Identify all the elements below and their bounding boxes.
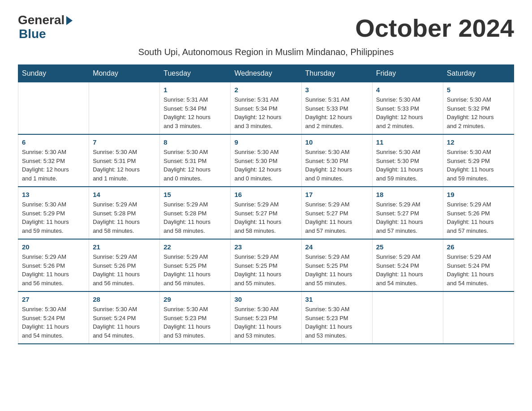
day-number: 1 (163, 86, 227, 94)
calendar-cell: 8Sunrise: 5:30 AMSunset: 5:31 PMDaylight… (160, 134, 231, 187)
day-info: Sunrise: 5:30 AMSunset: 5:32 PMDaylight:… (447, 95, 510, 130)
calendar-cell (89, 82, 160, 135)
day-info: Sunrise: 5:31 AMSunset: 5:33 PMDaylight:… (305, 95, 369, 130)
day-info: Sunrise: 5:29 AMSunset: 5:25 PMDaylight:… (234, 253, 297, 287)
day-info: Sunrise: 5:29 AMSunset: 5:26 PMDaylight:… (22, 253, 85, 287)
day-number: 7 (93, 138, 156, 146)
day-number: 30 (234, 295, 297, 303)
calendar-cell: 14Sunrise: 5:29 AMSunset: 5:28 PMDayligh… (89, 187, 160, 239)
calendar-cell: 15Sunrise: 5:29 AMSunset: 5:28 PMDayligh… (160, 187, 231, 239)
day-info: Sunrise: 5:30 AMSunset: 5:23 PMDaylight:… (305, 305, 369, 340)
day-info: Sunrise: 5:29 AMSunset: 5:27 PMDaylight:… (305, 200, 369, 235)
col-tuesday: Tuesday (160, 65, 231, 82)
calendar-cell: 6Sunrise: 5:30 AMSunset: 5:32 PMDaylight… (18, 134, 89, 187)
day-info: Sunrise: 5:30 AMSunset: 5:23 PMDaylight:… (163, 305, 227, 340)
logo-blue-text: Blue (19, 27, 46, 41)
calendar-cell: 28Sunrise: 5:30 AMSunset: 5:24 PMDayligh… (89, 291, 160, 344)
day-number: 3 (305, 86, 369, 94)
month-title: October 2024 (355, 13, 514, 43)
day-info: Sunrise: 5:30 AMSunset: 5:29 PMDaylight:… (22, 200, 85, 235)
day-number: 19 (447, 191, 510, 198)
calendar-cell: 4Sunrise: 5:30 AMSunset: 5:33 PMDaylight… (372, 82, 443, 135)
day-number: 14 (93, 191, 156, 198)
calendar-week-row: 6Sunrise: 5:30 AMSunset: 5:32 PMDaylight… (18, 134, 514, 187)
day-number: 6 (22, 138, 85, 146)
day-info: Sunrise: 5:29 AMSunset: 5:24 PMDaylight:… (376, 253, 439, 287)
subtitle: South Upi, Autonomous Region in Muslim M… (18, 47, 514, 57)
day-number: 27 (22, 295, 85, 303)
calendar-cell: 17Sunrise: 5:29 AMSunset: 5:27 PMDayligh… (301, 187, 372, 239)
col-monday: Monday (89, 65, 160, 82)
calendar-cell: 31Sunrise: 5:30 AMSunset: 5:23 PMDayligh… (301, 291, 372, 344)
day-info: Sunrise: 5:29 AMSunset: 5:26 PMDaylight:… (447, 200, 510, 235)
col-wednesday: Wednesday (231, 65, 301, 82)
calendar-cell: 3Sunrise: 5:31 AMSunset: 5:33 PMDaylight… (301, 82, 372, 135)
day-info: Sunrise: 5:30 AMSunset: 5:30 PMDaylight:… (305, 148, 369, 183)
col-friday: Friday (372, 65, 443, 82)
col-saturday: Saturday (443, 65, 514, 82)
calendar-cell: 2Sunrise: 5:31 AMSunset: 5:34 PMDaylight… (231, 82, 301, 135)
day-number: 23 (234, 243, 297, 251)
calendar-cell: 16Sunrise: 5:29 AMSunset: 5:27 PMDayligh… (231, 187, 301, 239)
calendar-week-row: 13Sunrise: 5:30 AMSunset: 5:29 PMDayligh… (18, 187, 514, 239)
day-info: Sunrise: 5:30 AMSunset: 5:23 PMDaylight:… (234, 305, 297, 340)
day-info: Sunrise: 5:29 AMSunset: 5:24 PMDaylight:… (447, 253, 510, 287)
calendar-cell (372, 291, 443, 344)
day-info: Sunrise: 5:31 AMSunset: 5:34 PMDaylight:… (163, 95, 227, 130)
calendar-week-row: 1Sunrise: 5:31 AMSunset: 5:34 PMDaylight… (18, 82, 514, 135)
calendar-cell: 18Sunrise: 5:29 AMSunset: 5:27 PMDayligh… (372, 187, 443, 239)
day-info: Sunrise: 5:30 AMSunset: 5:33 PMDaylight:… (376, 95, 439, 130)
day-info: Sunrise: 5:29 AMSunset: 5:27 PMDaylight:… (234, 200, 297, 235)
day-number: 20 (22, 243, 85, 251)
day-number: 22 (163, 243, 227, 251)
calendar-week-row: 27Sunrise: 5:30 AMSunset: 5:24 PMDayligh… (18, 291, 514, 344)
day-number: 5 (447, 86, 510, 94)
calendar-cell: 22Sunrise: 5:29 AMSunset: 5:25 PMDayligh… (160, 239, 231, 291)
calendar-cell (18, 82, 89, 135)
calendar-cell: 26Sunrise: 5:29 AMSunset: 5:24 PMDayligh… (443, 239, 514, 291)
day-number: 28 (93, 295, 156, 303)
day-number: 29 (163, 295, 227, 303)
day-number: 17 (305, 191, 369, 198)
calendar-cell: 21Sunrise: 5:29 AMSunset: 5:26 PMDayligh… (89, 239, 160, 291)
logo-arrow-icon (66, 16, 73, 25)
logo: General Blue (18, 13, 73, 41)
calendar-cell: 5Sunrise: 5:30 AMSunset: 5:32 PMDaylight… (443, 82, 514, 135)
calendar-cell: 10Sunrise: 5:30 AMSunset: 5:30 PMDayligh… (301, 134, 372, 187)
calendar-cell: 25Sunrise: 5:29 AMSunset: 5:24 PMDayligh… (372, 239, 443, 291)
logo-general-text: General (18, 13, 64, 27)
day-number: 4 (376, 86, 439, 94)
logo-general: General (18, 13, 73, 27)
calendar-cell: 19Sunrise: 5:29 AMSunset: 5:26 PMDayligh… (443, 187, 514, 239)
calendar-cell: 12Sunrise: 5:30 AMSunset: 5:29 PMDayligh… (443, 134, 514, 187)
day-number: 26 (447, 243, 510, 251)
calendar-cell: 30Sunrise: 5:30 AMSunset: 5:23 PMDayligh… (231, 291, 301, 344)
calendar-cell: 29Sunrise: 5:30 AMSunset: 5:23 PMDayligh… (160, 291, 231, 344)
calendar-table: Sunday Monday Tuesday Wednesday Thursday… (18, 64, 514, 344)
calendar-cell: 27Sunrise: 5:30 AMSunset: 5:24 PMDayligh… (18, 291, 89, 344)
day-number: 12 (447, 138, 510, 146)
calendar-cell (443, 291, 514, 344)
calendar-cell: 20Sunrise: 5:29 AMSunset: 5:26 PMDayligh… (18, 239, 89, 291)
day-number: 10 (305, 138, 369, 146)
day-number: 9 (234, 138, 297, 146)
day-info: Sunrise: 5:30 AMSunset: 5:31 PMDaylight:… (93, 148, 156, 183)
day-number: 18 (376, 191, 439, 198)
day-info: Sunrise: 5:29 AMSunset: 5:28 PMDaylight:… (163, 200, 227, 235)
calendar-cell: 7Sunrise: 5:30 AMSunset: 5:31 PMDaylight… (89, 134, 160, 187)
calendar-week-row: 20Sunrise: 5:29 AMSunset: 5:26 PMDayligh… (18, 239, 514, 291)
day-number: 21 (93, 243, 156, 251)
day-number: 25 (376, 243, 439, 251)
page-header: General Blue October 2024 (18, 13, 514, 43)
calendar-cell: 9Sunrise: 5:30 AMSunset: 5:30 PMDaylight… (231, 134, 301, 187)
day-info: Sunrise: 5:29 AMSunset: 5:28 PMDaylight:… (93, 200, 156, 235)
day-number: 8 (163, 138, 227, 146)
day-info: Sunrise: 5:29 AMSunset: 5:25 PMDaylight:… (163, 253, 227, 287)
calendar-header-row: Sunday Monday Tuesday Wednesday Thursday… (18, 65, 514, 82)
day-info: Sunrise: 5:31 AMSunset: 5:34 PMDaylight:… (234, 95, 297, 130)
day-info: Sunrise: 5:30 AMSunset: 5:32 PMDaylight:… (22, 148, 85, 183)
col-sunday: Sunday (18, 65, 89, 82)
day-info: Sunrise: 5:30 AMSunset: 5:29 PMDaylight:… (447, 148, 510, 183)
day-number: 11 (376, 138, 439, 146)
day-number: 2 (234, 86, 297, 94)
